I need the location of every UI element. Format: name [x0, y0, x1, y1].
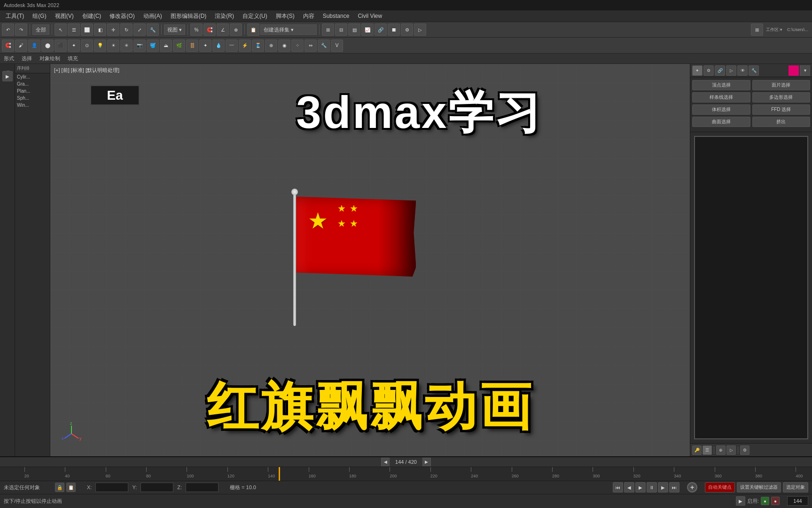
percent-snap-button[interactable]: %: [190, 24, 203, 36]
ffd-select-btn[interactable]: FFD 选择: [752, 104, 811, 115]
menu-group[interactable]: 组(G): [29, 11, 50, 21]
menu-content[interactable]: 内容: [299, 11, 318, 21]
named-selection-button[interactable]: 📋: [247, 24, 259, 36]
undo-button[interactable]: ↶: [2, 24, 14, 36]
helper[interactable]: 🔧: [318, 40, 330, 52]
menu-graph-editor[interactable]: 图形编辑器(D): [167, 11, 211, 21]
select-obj-btn[interactable]: 选定对象: [783, 482, 808, 492]
rect-select-button[interactable]: ⬜: [81, 24, 93, 36]
align-button[interactable]: ⊟: [335, 24, 347, 36]
populate[interactable]: 👤: [28, 40, 40, 52]
sunburst[interactable]: ✳: [120, 40, 133, 52]
menu-tools[interactable]: 工具(T): [2, 11, 28, 21]
enable-btn[interactable]: ▶: [736, 496, 745, 506]
timeline-ruler[interactable]: 20 40 60 80 100 120 140 160 180 200 220 …: [0, 467, 812, 481]
schematic-view-button[interactable]: 🔗: [375, 24, 387, 36]
paint-bucket[interactable]: 🪣: [147, 40, 159, 52]
terrain[interactable]: ⛰: [160, 40, 172, 52]
workspace-button[interactable]: ⊞: [751, 24, 763, 36]
coord-y-field[interactable]: [141, 483, 173, 492]
volume-select-btn[interactable]: 体积选择: [692, 104, 750, 115]
material-editor-button[interactable]: 🔲: [388, 24, 400, 36]
scene-item-gradient[interactable]: Gra...: [15, 80, 50, 87]
rpanel-tab-create[interactable]: ✦: [692, 65, 703, 76]
color-swatch[interactable]: [789, 65, 799, 76]
geometry-tube[interactable]: ⊙: [81, 40, 93, 52]
modifier-v[interactable]: V: [331, 40, 343, 52]
coord-x-field[interactable]: [95, 483, 128, 492]
rpanel-tab-motion[interactable]: ▷: [726, 65, 736, 76]
add-keyframe-btn[interactable]: +: [687, 482, 697, 492]
window-crossing-button[interactable]: ◧: [94, 24, 106, 36]
coord-z-field[interactable]: [186, 483, 219, 492]
geometry-box[interactable]: ⬛: [55, 40, 67, 52]
render-button[interactable]: ▷: [414, 24, 426, 36]
auto-keyframe-btn[interactable]: 自动关键点: [705, 482, 735, 492]
scene-item-sphere[interactable]: Sph...: [15, 95, 50, 102]
prev-key-btn[interactable]: ⏮: [613, 482, 623, 492]
cloth[interactable]: 🧵: [252, 40, 264, 52]
tl-prev-btn[interactable]: ◀: [381, 458, 390, 466]
select-move-button[interactable]: ✛: [107, 24, 119, 36]
vertex-select-btn[interactable]: 顶点选择: [692, 80, 750, 90]
menu-view[interactable]: 视图(V): [51, 11, 78, 21]
tl-playhead[interactable]: [279, 467, 280, 481]
obj-paint[interactable]: 🖌: [15, 40, 27, 52]
menu-render[interactable]: 渲染(R): [211, 11, 238, 21]
scene-item-plane[interactable]: Plan...: [15, 87, 50, 95]
tl-next-btn[interactable]: ▶: [422, 458, 431, 466]
view-dropdown[interactable]: 视图 ▾: [164, 24, 185, 35]
light[interactable]: 💡: [94, 40, 106, 52]
ref-coord-button[interactable]: 🔧: [147, 24, 159, 36]
next-key-btn[interactable]: ⏭: [669, 482, 679, 492]
prev-frame-btn[interactable]: ◀: [624, 482, 634, 492]
rpanel-tool-2[interactable]: ⊕: [716, 445, 726, 455]
dynamics[interactable]: ⚡: [239, 40, 251, 52]
layer-manager-button[interactable]: ▤: [348, 24, 360, 36]
menu-script[interactable]: 脚本(S): [272, 11, 298, 21]
stairs[interactable]: 🪜: [186, 40, 198, 52]
rpanel-tab-display[interactable]: 👁: [737, 65, 748, 76]
rpanel-scroll-down[interactable]: ▾: [800, 65, 810, 76]
rpanel-tool-active[interactable]: ☰: [703, 445, 712, 455]
frame-number-field[interactable]: [787, 496, 808, 506]
status-red-btn[interactable]: ●: [771, 497, 780, 505]
scene-item-window[interactable]: Win...: [15, 102, 50, 109]
surface-select-btn[interactable]: 曲面选择: [692, 117, 750, 127]
select-scale-button[interactable]: ⤢: [133, 24, 146, 36]
render-setup-button[interactable]: ⚙: [401, 24, 413, 36]
pivot[interactable]: ⊕: [265, 40, 277, 52]
menu-substance[interactable]: Substance: [319, 12, 353, 20]
extrude-btn[interactable]: 挤出: [752, 117, 811, 127]
curve-editor-button[interactable]: 📈: [361, 24, 374, 36]
scene-item-cylinder[interactable]: Cylir...: [15, 73, 50, 80]
rpanel-tab-hierarchy[interactable]: 🔗: [715, 65, 725, 76]
geometry-sphere[interactable]: ⬤: [41, 40, 54, 52]
rpanel-tool-1[interactable]: 🔑: [692, 445, 702, 455]
particles[interactable]: ✦: [199, 40, 211, 52]
selection-filter-dropdown[interactable]: 全部: [32, 24, 49, 35]
spline-select-btn[interactable]: 样条线选择: [692, 92, 750, 103]
plant[interactable]: 🌿: [173, 40, 185, 52]
geometry-multi[interactable]: ✦: [68, 40, 80, 52]
named-selection-dropdown[interactable]: 创建选择集 ▾: [260, 24, 317, 35]
rpanel-tab-utilities[interactable]: 🔧: [749, 65, 759, 76]
face-select-btn[interactable]: 面片选择: [752, 80, 811, 90]
fluid[interactable]: 💧: [212, 40, 225, 52]
camera[interactable]: 📷: [133, 40, 146, 52]
menu-modifier[interactable]: 修改器(O): [106, 11, 138, 21]
angle-snap-button[interactable]: ∠: [217, 24, 229, 36]
rpanel-tool-4[interactable]: ⚙: [740, 445, 750, 455]
snap-button[interactable]: 🧲: [203, 24, 216, 36]
menu-animation[interactable]: 动画(A): [140, 11, 166, 21]
play-btn[interactable]: ▶: [635, 482, 646, 492]
select-object-button[interactable]: ↖: [55, 24, 67, 36]
rpanel-tab-modify[interactable]: ⚙: [703, 65, 714, 76]
redo-button[interactable]: ↷: [15, 24, 27, 36]
poly-select-btn[interactable]: 多边形选择: [752, 92, 811, 103]
selection-set-btn[interactable]: 📋: [66, 483, 76, 492]
select-rotate-button[interactable]: ↻: [120, 24, 133, 36]
mirror-button[interactable]: ⊞: [322, 24, 334, 36]
sphere-mesh[interactable]: ◉: [278, 40, 290, 52]
lock-selection-btn[interactable]: 🔒: [55, 483, 64, 492]
